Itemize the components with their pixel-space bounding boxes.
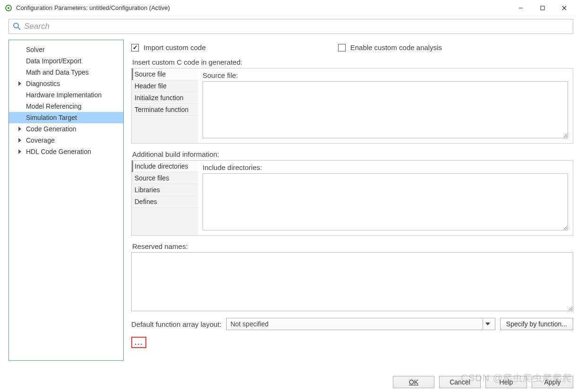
sidebar-item-hdl-code-generation[interactable]: HDL Code Generation	[9, 146, 123, 157]
chevron-right-icon	[18, 138, 21, 143]
include-directories-label: Include directories:	[203, 163, 568, 171]
apply-button[interactable]: Apply	[532, 376, 573, 388]
insert-section-label: Insert custom C code in generated:	[131, 58, 573, 66]
cancel-button[interactable]: Cancel	[439, 376, 481, 388]
chevron-right-icon	[18, 127, 21, 131]
sidebar-item-hardware-implementation[interactable]: Hardware Implementation	[9, 89, 123, 101]
insert-code-panel: Source file Header file Initialize funct…	[131, 68, 573, 144]
tab-source-files[interactable]: Source files	[132, 172, 198, 184]
sidebar-item-coverage[interactable]: Coverage	[9, 135, 123, 146]
dialog-footer: OK Cancel Help Apply	[393, 376, 573, 388]
svg-point-1	[8, 7, 9, 9]
sidebar-item-diagnostics[interactable]: Diagnostics	[9, 78, 123, 89]
sidebar-item-simulation-target[interactable]: Simulation Target	[9, 112, 123, 123]
chevron-right-icon	[18, 149, 21, 154]
search-placeholder: Search	[24, 22, 50, 31]
svg-point-6	[14, 23, 18, 28]
window-title: Configuration Parameters: untitled/Confi…	[16, 4, 510, 11]
sidebar-item-solver[interactable]: Solver	[9, 44, 123, 55]
app-icon	[5, 4, 12, 12]
window-minimize-button[interactable]	[510, 1, 532, 15]
svg-line-7	[18, 27, 20, 30]
titlebar: Configuration Parameters: untitled/Confi…	[0, 0, 577, 16]
category-sidebar: Solver Data Import/Export Math and Data …	[8, 40, 124, 361]
search-icon	[13, 22, 21, 31]
reserved-names-label: Reserved names:	[131, 242, 573, 250]
chevron-right-icon	[18, 81, 21, 86]
dropdown-arrow-icon	[483, 319, 493, 329]
include-directories-textarea[interactable]	[203, 173, 568, 230]
tab-initialize-function[interactable]: Initialize function	[132, 92, 198, 104]
tab-libraries[interactable]: Libraries	[132, 184, 198, 196]
tab-include-directories[interactable]: Include directories	[132, 161, 198, 172]
help-button[interactable]: Help	[485, 376, 527, 388]
checkbox-icon	[131, 44, 139, 51]
sidebar-item-math-data-types[interactable]: Math and Data Types	[9, 67, 123, 78]
sidebar-item-code-generation[interactable]: Code Generation	[9, 123, 123, 135]
tab-terminate-function[interactable]: Terminate function	[132, 104, 198, 116]
build-info-panel: Include directories Source files Librari…	[131, 160, 573, 236]
build-section-label: Additional build information:	[131, 150, 573, 158]
sidebar-item-data-import-export[interactable]: Data Import/Export	[9, 55, 123, 67]
import-custom-code-checkbox[interactable]: Import custom code	[131, 43, 206, 51]
svg-rect-3	[541, 6, 544, 10]
window-maximize-button[interactable]	[532, 1, 553, 15]
tab-source-file[interactable]: Source file	[132, 68, 198, 80]
ok-button[interactable]: OK	[393, 376, 434, 388]
checkbox-icon	[338, 44, 346, 51]
reserved-names-textarea[interactable]	[131, 252, 573, 311]
sidebar-item-model-referencing[interactable]: Model Referencing	[9, 101, 123, 112]
tab-defines[interactable]: Defines	[132, 196, 198, 208]
default-array-layout-label: Default function array layout:	[131, 320, 221, 328]
enable-custom-code-analysis-checkbox[interactable]: Enable custom code analysis	[338, 43, 442, 51]
search-input[interactable]: Search	[8, 19, 573, 34]
window-close-button[interactable]	[553, 1, 575, 15]
specify-by-function-button[interactable]: Specify by function...	[500, 318, 573, 330]
more-options-button[interactable]: ...	[131, 337, 146, 348]
default-array-layout-select[interactable]: Not specified	[226, 318, 495, 330]
source-file-label: Source file:	[203, 71, 568, 79]
tab-header-file[interactable]: Header file	[132, 80, 198, 92]
source-file-textarea[interactable]	[203, 81, 568, 138]
